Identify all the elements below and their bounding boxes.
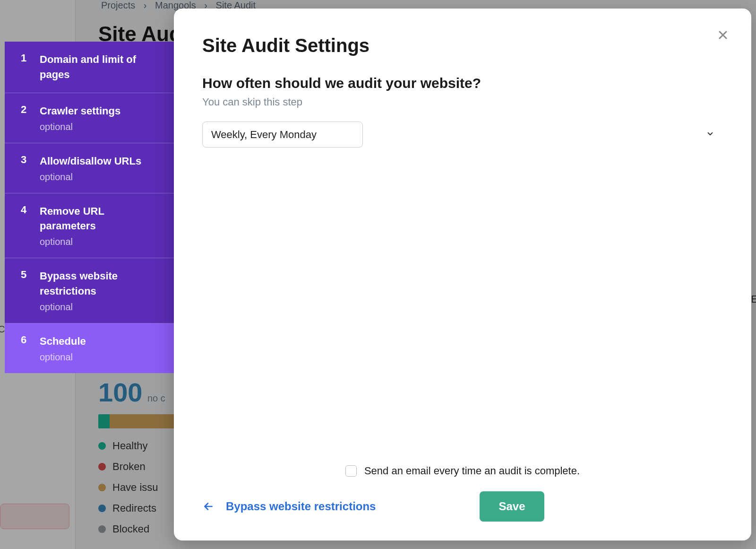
step-title: Remove URL parameters <box>40 204 162 234</box>
save-button[interactable]: Save <box>480 491 544 522</box>
step-number: 1 <box>21 52 29 82</box>
step-body: Remove URL parametersoptional <box>40 204 162 248</box>
step-body: Domain and limit of pages <box>40 52 162 82</box>
wizard-step-4[interactable]: 4Remove URL parametersoptional <box>5 193 174 259</box>
step-number: 3 <box>21 154 29 183</box>
back-button-label: Bypass website restrictions <box>226 499 376 514</box>
step-title: Bypass website restrictions <box>40 269 162 299</box>
step-body: Allow/disallow URLsoptional <box>40 154 162 183</box>
step-title: Crawler settings <box>40 104 162 119</box>
modal-footer: Send an email every time an audit is com… <box>202 465 723 522</box>
settings-modal: Site Audit Settings How often should we … <box>174 9 751 540</box>
modal-question: How often should we audit your website? <box>202 75 723 91</box>
step-body: Scheduleoptional <box>40 334 162 363</box>
wizard-step-2[interactable]: 2Crawler settingsoptional <box>5 93 174 143</box>
modal-actions: Bypass website restrictions Save <box>202 491 723 522</box>
wizard-step-3[interactable]: 3Allow/disallow URLsoptional <box>5 143 174 193</box>
back-button[interactable]: Bypass website restrictions <box>202 499 376 514</box>
step-number: 4 <box>21 204 29 248</box>
step-optional: optional <box>40 122 162 132</box>
step-optional: optional <box>40 172 162 183</box>
step-title: Domain and limit of pages <box>40 52 162 82</box>
step-body: Bypass website restrictionsoptional <box>40 269 162 313</box>
arrow-left-icon <box>202 500 215 513</box>
step-body: Crawler settingsoptional <box>40 104 162 132</box>
modal-subtitle: You can skip this step <box>202 96 723 108</box>
step-optional: optional <box>40 352 162 363</box>
step-title: Schedule <box>40 334 162 349</box>
modal-title: Site Audit Settings <box>202 35 723 56</box>
close-button[interactable] <box>713 26 732 44</box>
step-optional: optional <box>40 302 162 313</box>
wizard-step-6[interactable]: 6Scheduleoptional <box>5 323 174 373</box>
close-icon <box>716 28 730 42</box>
email-notify-label: Send an email every time an audit is com… <box>364 465 580 477</box>
wizard-step-5[interactable]: 5Bypass website restrictionsoptional <box>5 258 174 323</box>
chevron-down-icon <box>706 130 714 140</box>
schedule-select[interactable]: Weekly, Every Monday <box>202 122 363 148</box>
step-optional: optional <box>40 236 162 247</box>
email-notify-row: Send an email every time an audit is com… <box>202 465 723 477</box>
step-number: 5 <box>21 269 29 313</box>
wizard-step-1[interactable]: 1Domain and limit of pages <box>5 42 174 93</box>
schedule-select-wrap: Weekly, Every Monday <box>202 122 723 148</box>
step-number: 2 <box>21 104 29 132</box>
step-title: Allow/disallow URLs <box>40 154 162 169</box>
wizard-step-nav: 1Domain and limit of pages2Crawler setti… <box>5 42 174 373</box>
email-notify-checkbox[interactable] <box>345 465 357 477</box>
step-number: 6 <box>21 334 29 363</box>
